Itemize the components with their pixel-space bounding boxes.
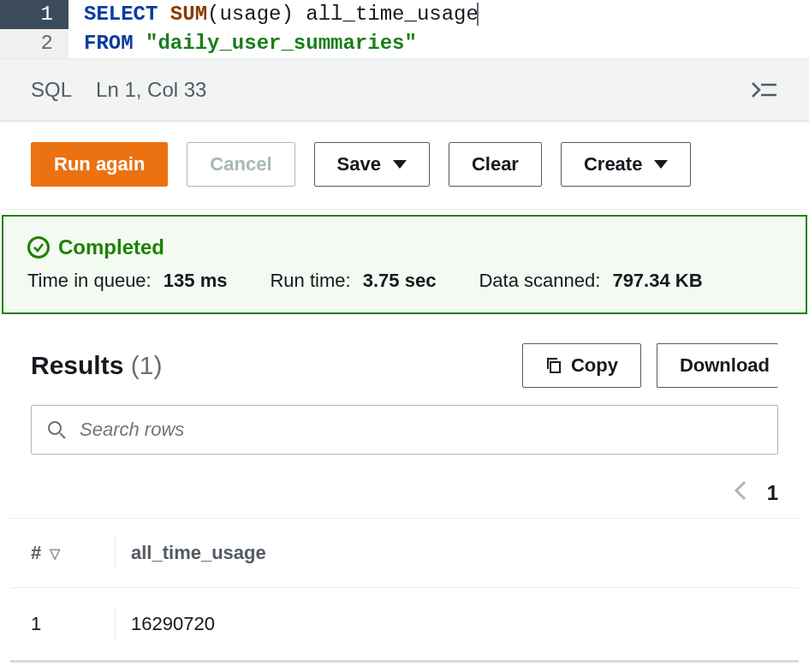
copy-results-button[interactable]: Copy	[522, 343, 641, 388]
sort-icon[interactable]: ▽	[50, 545, 60, 562]
line-number: 2	[0, 29, 68, 58]
pagination: 1	[0, 458, 809, 518]
copy-icon	[545, 357, 562, 374]
editor-line[interactable]: 2FROM "daily_user_summaries"	[0, 29, 809, 58]
toolbar: Run again Cancel Save Clear Create	[0, 122, 809, 210]
download-results-button[interactable]: Download	[657, 343, 778, 388]
chevron-down-icon	[654, 160, 668, 169]
cursor-position: Ln 1, Col 33	[96, 78, 206, 102]
line-number: 1	[0, 0, 68, 29]
save-button[interactable]: Save	[314, 142, 430, 187]
editor-status-bar: SQL Ln 1, Col 33	[0, 59, 809, 122]
run-again-button[interactable]: Run again	[31, 142, 168, 187]
chevron-down-icon	[393, 160, 407, 169]
success-icon	[27, 236, 50, 259]
column-header[interactable]: all_time_usage	[131, 542, 778, 564]
clear-button[interactable]: Clear	[449, 142, 542, 187]
results-table: # ▽ all_time_usage 116290720	[0, 518, 809, 663]
column-index-header[interactable]: #	[31, 542, 41, 564]
search-icon	[47, 420, 66, 439]
search-rows-input[interactable]	[78, 418, 762, 442]
svg-point-3	[49, 422, 61, 434]
data-scanned-value: 797.34 KB	[612, 270, 702, 291]
create-button[interactable]: Create	[561, 142, 691, 187]
query-status-banner: Completed Time in queue: 135 ms Run time…	[2, 215, 807, 314]
editor-line[interactable]: 1SELECT SUM(usage) all_time_usage	[0, 0, 809, 29]
status-title: Completed	[58, 235, 164, 259]
data-scanned-label: Data scanned:	[479, 270, 600, 291]
row-index: 1	[31, 613, 41, 635]
results-header: Results (1) Copy Download	[0, 314, 809, 398]
current-page: 1	[767, 481, 778, 505]
results-count: (1)	[131, 351, 163, 379]
run-time-label: Run time:	[270, 270, 350, 291]
queue-time-value: 135 ms	[164, 270, 228, 291]
cell-value: 16290720	[131, 613, 778, 635]
svg-rect-2	[550, 362, 560, 372]
queue-time-label: Time in queue:	[27, 270, 152, 291]
table-row[interactable]: 116290720	[10, 587, 799, 660]
results-heading: Results (1)	[31, 351, 162, 380]
toggle-panel-icon[interactable]	[749, 80, 778, 100]
cancel-button: Cancel	[187, 142, 294, 187]
sql-editor[interactable]: 1SELECT SUM(usage) all_time_usage2FROM "…	[0, 0, 809, 58]
search-rows-container[interactable]	[31, 405, 778, 455]
run-time-value: 3.75 sec	[363, 270, 437, 291]
editor-mode: SQL	[31, 78, 72, 102]
svg-line-4	[60, 433, 65, 438]
prev-page-button[interactable]	[733, 479, 748, 508]
